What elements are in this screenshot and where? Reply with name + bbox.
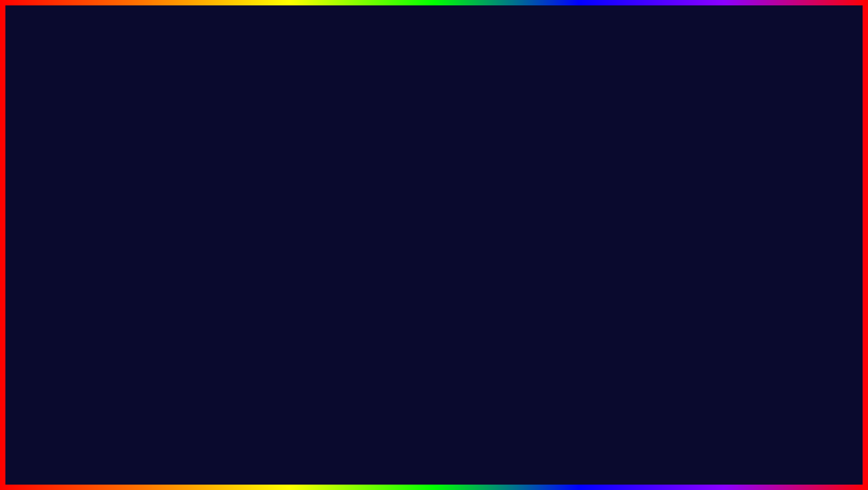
minimize-btn-back[interactable]: — — [422, 126, 434, 135]
window-controls-front: — ✕ — [494, 175, 520, 184]
nav-set-position-back[interactable]: ✦ Set Position — [203, 226, 261, 240]
blox-fruits-logo: BLOX FRUITS — [761, 390, 846, 472]
svg-rect-63 — [800, 410, 803, 414]
developer-icon-back: ⚑ — [209, 146, 216, 152]
logo-icon — [761, 390, 846, 423]
material-count-right-bottom: x1 — [832, 266, 838, 272]
nav-race-v4-front[interactable]: ★ Race V4 — [275, 289, 333, 303]
monster-magnet-card: Material x1 Monster Ma — [747, 133, 843, 249]
developer-icon-front: ⚑ — [281, 196, 288, 202]
race-v4-icon-front: ★ — [281, 293, 288, 299]
hub-title-back: Hirimi Hub — [209, 127, 241, 134]
nav-teleport-front[interactable]: ◎ Teleport — [275, 247, 333, 261]
material-label-right-top: Material — [752, 138, 772, 144]
leviathan-heart-card: Material x1 Leviathan Heart — [747, 261, 843, 378]
window-titlebar-back: Hirimi Hub — ✕ — [203, 122, 453, 138]
nav-sea-event-back[interactable]: 📈 Sea Event — [203, 212, 261, 226]
speed-bar-section: 250 Speed — [338, 260, 521, 270]
svg-rect-64 — [803, 410, 806, 414]
main-icon-front: ◇ — [281, 209, 288, 216]
hub-window-front: Hirimi Hub — ✕ ⚑ Developer ◇ Main ⚙ Sett… — [274, 171, 526, 321]
health-bar-section: 4000 Health — [266, 143, 449, 154]
nav-main-label-back: Main — [219, 160, 232, 166]
material-label-left-bottom: Material — [30, 270, 50, 277]
quest-sea-event-row: Quest Sea Event ✓ — [338, 221, 521, 237]
window-titlebar-front: Hirimi Hub — ✕ — [275, 172, 525, 188]
logo-ox: OX — [802, 424, 836, 450]
low-health-tween-checkbox[interactable]: ✓ — [439, 162, 447, 170]
monster-magnet-name: Monster Magnet — [767, 218, 823, 227]
nav-teleport-back[interactable]: ◎ Teleport — [203, 198, 261, 212]
leviathan-heart-name: Leviathan Heart — [768, 347, 822, 355]
material-count-left-top: x19 — [107, 140, 116, 147]
nav-set-position-label-back: Set Position — [219, 229, 251, 236]
nav-sea-event-front[interactable]: 📈 Sea Event — [275, 261, 333, 275]
select-boat-value: PirateGrandBrigade — [464, 196, 512, 203]
quest-sea-event-checkbox[interactable]: ✓ — [511, 225, 519, 233]
teleport-icon-back: ◎ — [209, 202, 216, 208]
select-boat-row: Select Boat PirateGrandBrigade ▲ — [338, 192, 521, 207]
material-label-right-bottom: Material — [752, 266, 772, 272]
logo-bl: BL — [771, 424, 802, 450]
nav-sea-event-label-front: Sea Event — [291, 265, 319, 272]
nav-developer-label-back: Developer — [219, 146, 246, 152]
main-container: BLOX FRUITS Material x19 — [0, 0, 868, 490]
health-bar-label: 4000 Health — [270, 144, 299, 151]
nav-item-front[interactable]: ◉ Item — [275, 233, 333, 247]
svg-point-21 — [652, 101, 670, 115]
window-controls-back: — ✕ — [422, 126, 448, 135]
bottom-text-section: SEA EVENT SCRIPT PASTEBIN — [22, 436, 591, 483]
nav-developer-front[interactable]: ⚑ Developer — [275, 192, 333, 205]
nav-developer-back[interactable]: ⚑ Developer — [203, 142, 261, 156]
platform-labels: MOBILE ✔ ANDROID ✔ — [126, 265, 287, 326]
material-count-left-bottom: x1 — [110, 270, 116, 277]
logo-fruits: FRUITS — [761, 449, 846, 472]
nav-sky-back[interactable]: ☁ Sky — [203, 254, 261, 267]
minimize-btn-front[interactable]: — — [494, 175, 506, 184]
nav-sky-label-back: Sky — [219, 257, 229, 264]
svg-point-49 — [810, 192, 817, 200]
teleport-icon-front: ◎ — [281, 251, 288, 258]
nav-item-label-front: Item — [291, 237, 303, 244]
select-zone-control[interactable]: Zone 4 ▲ — [495, 211, 519, 217]
change-speed-boat-checkbox[interactable] — [511, 277, 519, 285]
mutant-tooth-name: Mutant Tooth — [50, 335, 95, 343]
android-label: ANDROID ✔ — [126, 296, 287, 326]
setting-icon-front: ⚙ — [281, 223, 288, 230]
nav-teleport-label-front: Teleport — [291, 251, 312, 258]
set-position-icon-back: ✦ — [209, 230, 216, 236]
nav-sky-front[interactable]: ☁ Sky — [275, 303, 333, 317]
sea-event-text: SEA EVENT — [22, 436, 288, 483]
nav-item-back[interactable]: ◉ Item — [203, 184, 261, 198]
nav-set-position-front[interactable]: ✦ Set Position — [275, 275, 333, 289]
window-content-front: ⚑ Developer ◇ Main ⚙ Setting ◉ Item ◎ — [275, 188, 525, 321]
svg-point-36 — [63, 155, 65, 156]
select-boat-control[interactable]: PirateGrandBrigade ▲ — [464, 196, 519, 203]
nav-main-front[interactable]: ◇ Main — [275, 205, 333, 219]
logo-text: BLOX — [761, 425, 846, 449]
sky-icon-front: ☁ — [281, 307, 288, 313]
svg-point-18 — [705, 122, 712, 128]
nav-race-v4-label-front: Race V4 — [291, 293, 314, 299]
electric-claw-name: Electric Claw — [51, 223, 96, 231]
main-icon-back: ◇ — [209, 160, 216, 166]
set-position-icon-front: ✦ — [281, 279, 288, 285]
monster-magnet-type-row: Material x1 — [752, 138, 838, 144]
title-section: BLOX FRUITS — [0, 9, 868, 82]
nav-race-v4-label-back: Race V4 — [219, 243, 242, 250]
leviathan-heart-type-row: Material x1 — [752, 266, 838, 272]
sidebar-back: ⚑ Developer ◇ Main ⚙ Setting ◉ Item ◎ — [203, 138, 262, 271]
nav-race-v4-back[interactable]: ★ Race V4 — [203, 240, 261, 254]
item-icon-back: ◉ — [209, 188, 216, 194]
nav-setting-front[interactable]: ⚙ Setting — [275, 219, 333, 233]
race-v4-icon-back: ★ — [209, 244, 216, 250]
pastebin-text: PASTEBIN — [430, 449, 591, 481]
close-btn-front[interactable]: ✕ — [509, 175, 520, 184]
nav-item-label-back: Item — [219, 187, 231, 194]
low-health-tween-label: Low Health Y Tween — [268, 163, 324, 169]
nav-setting-back[interactable]: ⚙ Setting — [203, 170, 261, 184]
nav-main-back[interactable]: ◇ Main — [203, 156, 261, 170]
close-btn-back[interactable]: ✕ — [437, 126, 448, 135]
select-zone-row: Select Zone Zone 4 ▲ — [338, 207, 521, 221]
select-zone-arrow: ▲ — [514, 211, 519, 217]
